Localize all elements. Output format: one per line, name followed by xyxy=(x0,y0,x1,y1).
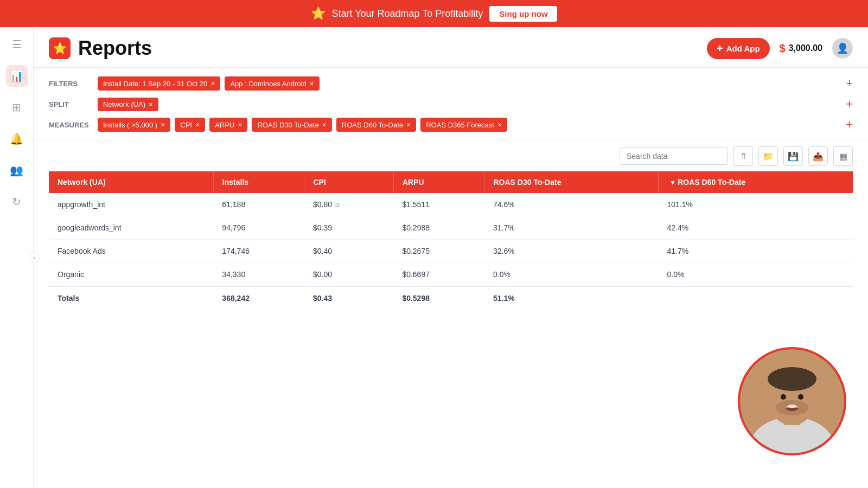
copy-icon-0[interactable]: ⧉ xyxy=(335,201,340,209)
measure-tag-4-remove[interactable]: × xyxy=(406,120,411,129)
measure-tag-2[interactable]: ARPU × xyxy=(209,118,247,132)
person-thumbnail xyxy=(740,349,844,453)
cell-cpi-1: $0.39 xyxy=(304,216,393,240)
sidebar-item-menu[interactable]: ☰ xyxy=(6,34,28,55)
measure-tag-4[interactable]: ROAS D60 To-Date × xyxy=(336,118,416,132)
totals-arpu: $0.5298 xyxy=(393,286,484,310)
page-header: ⭐ Reports + Add App $ 3,000.00 👤 xyxy=(34,27,868,68)
measure-tag-5[interactable]: ROAS D365 Forecast × xyxy=(420,118,507,132)
reports-title-icon: ⭐ xyxy=(49,37,71,59)
video-avatar xyxy=(738,347,846,455)
plus-icon: + xyxy=(717,42,723,55)
data-table: Network (UA) Installs CPI ARPU ROAS D30 xyxy=(49,171,853,310)
measure-tag-1-remove[interactable]: × xyxy=(195,120,200,129)
filter-section: FILTERS Install Date: 1 Sep 20 - 31 Oct … xyxy=(34,68,868,141)
cell-cpi-0: $0.80⧉ xyxy=(304,193,393,216)
table-row: Organic 34,330 $0.00 $0.6697 0.0% 0.0% xyxy=(49,263,853,287)
page-title: Reports xyxy=(78,37,152,60)
add-app-button[interactable]: + Add App xyxy=(707,38,770,59)
split-tag-remove[interactable]: × xyxy=(149,100,153,108)
balance-value: 3,000.00 xyxy=(789,43,822,53)
cell-roas-d60-1: 42.4% xyxy=(658,216,853,240)
measure-tag-5-remove[interactable]: × xyxy=(497,120,502,129)
measures-add-button[interactable]: + xyxy=(846,118,853,132)
split-tag[interactable]: Network (UA) × xyxy=(98,98,158,111)
totals-label: Totals xyxy=(49,286,213,310)
cell-network-1: googleadwords_int xyxy=(49,216,213,240)
measure-tag-3[interactable]: ROAS D30 To-Date × xyxy=(252,118,331,132)
col-cpi[interactable]: CPI xyxy=(304,171,393,193)
split-add-button[interactable]: + xyxy=(846,97,853,111)
filters-add-button[interactable]: + xyxy=(846,76,853,91)
measures-label: MEASURES xyxy=(49,121,92,129)
cell-installs-3: 34,330 xyxy=(213,263,304,287)
cell-installs-2: 174,746 xyxy=(213,240,304,263)
table-row: Facebook Ads 174,746 $0.40 $0.2675 32.6%… xyxy=(49,240,853,263)
measure-tag-0-remove[interactable]: × xyxy=(161,120,165,129)
measure-tag-3-remove[interactable]: × xyxy=(322,120,327,129)
table-toolbar: ⇑ 📁 💾 📤 ▦ xyxy=(34,141,868,171)
cell-roas-d60-2: 41.7% xyxy=(658,240,853,263)
search-wrapper xyxy=(620,147,728,165)
measure-tag-2-remove[interactable]: × xyxy=(238,120,242,129)
filter-tags: Install Date: 1 Sep 20 - 31 Oct 20 × App… xyxy=(98,76,840,91)
filter-tag-0[interactable]: Install Date: 1 Sep 20 - 31 Oct 20 × xyxy=(98,76,220,91)
col-roas-d30[interactable]: ROAS D30 To-Date xyxy=(484,171,659,193)
cell-roas-d30-0: 74.6% xyxy=(484,193,659,216)
signup-button[interactable]: Sing up now xyxy=(489,6,557,22)
grid-view-button[interactable]: ▦ xyxy=(833,146,853,166)
totals-roas-d60 xyxy=(658,286,853,310)
cell-roas-d30-1: 31.7% xyxy=(484,216,659,240)
col-network[interactable]: Network (UA) xyxy=(49,171,213,193)
col-roas-d60[interactable]: ▼ ROAS D60 To-Date xyxy=(658,171,853,193)
avatar[interactable]: 👤 xyxy=(832,38,853,59)
filter-tag-0-text: Install Date: 1 Sep 20 - 31 Oct 20 xyxy=(103,80,207,88)
measure-tag-0[interactable]: Installs ( >5,000 ) × xyxy=(98,118,170,132)
cell-arpu-0: $1.5511 xyxy=(393,193,484,216)
add-app-label: Add App xyxy=(726,44,760,53)
table-row: googleadwords_int 94,796 $0.39 $0.2988 3… xyxy=(49,216,853,240)
save-button[interactable]: 💾 xyxy=(783,146,803,166)
cell-network-2: Facebook Ads xyxy=(49,240,213,263)
cell-roas-d30-2: 32.6% xyxy=(484,240,659,263)
cell-installs-0: 61,188 xyxy=(213,193,304,216)
sidebar-item-reports[interactable]: 📊 xyxy=(6,65,28,87)
filter-tag-0-remove[interactable]: × xyxy=(210,79,215,88)
sidebar-item-grid[interactable]: ⊞ xyxy=(6,97,28,118)
col-arpu[interactable]: ARPU xyxy=(393,171,484,193)
folder-button[interactable]: 📁 xyxy=(758,146,778,166)
dollar-icon: $ xyxy=(780,42,786,55)
balance-display: $ 3,000.00 xyxy=(780,42,822,55)
search-input[interactable] xyxy=(620,147,728,165)
cell-roas-d30-3: 0.0% xyxy=(484,263,659,287)
cell-roas-d60-3: 0.0% xyxy=(658,263,853,287)
export-button[interactable]: 📤 xyxy=(808,146,828,166)
sidebar-collapse-button[interactable]: › xyxy=(29,252,40,263)
top-banner: ⭐ Start Your Roadmap To Profitability Si… xyxy=(0,0,868,27)
svg-point-6 xyxy=(781,394,786,400)
sidebar-item-bell[interactable]: 🔔 xyxy=(6,128,28,150)
filter-tag-1[interactable]: App : Dominoes Android × xyxy=(225,76,319,91)
sidebar-item-refresh[interactable]: ↻ xyxy=(6,191,28,213)
filters-row: FILTERS Install Date: 1 Sep 20 - 31 Oct … xyxy=(49,73,853,94)
cell-arpu-3: $0.6697 xyxy=(393,263,484,287)
totals-installs: 368,242 xyxy=(213,286,304,310)
cell-cpi-3: $0.00 xyxy=(304,263,393,287)
collapse-button[interactable]: ⇑ xyxy=(733,146,753,166)
measure-tag-0-text: Installs ( >5,000 ) xyxy=(103,121,157,129)
col-installs[interactable]: Installs xyxy=(213,171,304,193)
table-container: Network (UA) Installs CPI ARPU ROAS D30 xyxy=(34,171,868,488)
svg-point-7 xyxy=(798,394,803,400)
cell-network-0: appgrowth_int xyxy=(49,193,213,216)
svg-point-10 xyxy=(787,404,797,408)
sidebar: ☰ 📊 ⊞ 🔔 👥 ↻ › xyxy=(0,27,34,488)
sidebar-item-users[interactable]: 👥 xyxy=(6,159,28,181)
totals-cpi: $0.43 xyxy=(304,286,393,310)
filter-tag-1-remove[interactable]: × xyxy=(310,79,314,88)
split-label: SPLIT xyxy=(49,100,92,108)
cell-installs-1: 94,796 xyxy=(213,216,304,240)
measure-tag-1[interactable]: CPI × xyxy=(175,118,205,132)
measure-tag-1-text: CPI xyxy=(180,121,192,129)
split-tag-text: Network (UA) xyxy=(103,100,145,108)
measure-tag-2-text: ARPU xyxy=(215,121,234,129)
